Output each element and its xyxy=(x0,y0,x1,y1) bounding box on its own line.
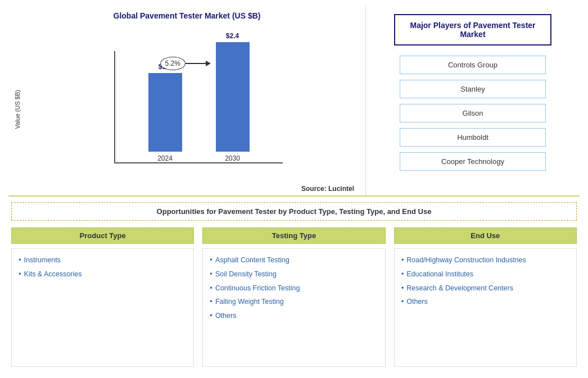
player-item-4: Humboldt xyxy=(400,128,546,147)
product-type-header: Product Type xyxy=(11,227,194,244)
testing-item-text-2: Soil Density Testing xyxy=(215,268,277,280)
testing-item-1: • Asphalt Content Testing xyxy=(210,254,378,266)
product-type-column: Product Type • Instruments • Kits & Acce… xyxy=(11,227,194,367)
end-use-item-1: • Road/Highway Construction Industries xyxy=(401,254,569,266)
testing-item-5: • Others xyxy=(210,310,378,322)
player-item-3: Gilson xyxy=(400,104,546,122)
testing-item-text-3: Continuous Friction Testing xyxy=(215,283,300,294)
bar-group-2030: $2.4 2030 xyxy=(216,32,250,162)
bullet-t1: • xyxy=(210,254,212,266)
testing-item-text-4: Falling Weight Testing xyxy=(215,296,284,307)
end-use-header: End Use xyxy=(394,227,577,244)
bullet-e1: • xyxy=(401,254,404,266)
testing-item-text-5: Others xyxy=(215,310,237,321)
bar-group-2024: $1.8 2024 xyxy=(148,63,182,162)
players-area: Major Players of Pavement Tester Market … xyxy=(366,6,580,195)
product-item-2: • Kits & Accessories xyxy=(19,268,187,280)
opportunities-grid: Product Type • Instruments • Kits & Acce… xyxy=(11,227,577,367)
top-section: Global Pavement Tester Market (US $B) Va… xyxy=(8,6,580,197)
bar-2024 xyxy=(148,73,182,152)
chart-area: Global Pavement Tester Market (US $B) Va… xyxy=(8,6,366,195)
player-item-5: Cooper Technology xyxy=(400,152,546,171)
chart-content: 5.2% $1.8 2024 xyxy=(25,51,360,193)
bar-value-2030: $2.4 xyxy=(226,32,239,40)
product-item-1: • Instruments xyxy=(19,254,187,266)
bar-label-2030: 2030 xyxy=(225,154,240,162)
chart-wrapper: Value (US $B) 5.2% xyxy=(14,26,360,193)
bullet-e2: • xyxy=(401,268,404,280)
bars-container: 5.2% $1.8 2024 xyxy=(114,51,283,163)
chart-title: Global Pavement Tester Market (US $B) xyxy=(114,11,261,20)
product-type-content: • Instruments • Kits & Accessories xyxy=(11,248,194,367)
bottom-section: Opportunities for Pavement Tester by Pro… xyxy=(8,197,580,372)
product-item-text-2: Kits & Accessories xyxy=(24,268,82,280)
end-use-item-text-4: Others xyxy=(406,296,428,307)
testing-item-2: • Soil Density Testing xyxy=(210,268,378,280)
testing-item-text-1: Asphalt Content Testing xyxy=(215,254,290,266)
end-use-item-3: • Research & Development Centers xyxy=(401,283,569,294)
main-container: Global Pavement Tester Market (US $B) Va… xyxy=(0,0,588,378)
end-use-item-2: • Educational Institutes xyxy=(401,268,569,280)
bullet-t4: • xyxy=(210,296,212,308)
player-item-2: Stanley xyxy=(400,80,546,98)
testing-item-4: • Falling Weight Testing xyxy=(210,296,378,308)
end-use-item-text-3: Research & Development Centers xyxy=(406,283,513,294)
end-use-item-4: • Others xyxy=(401,296,569,308)
end-use-column: End Use • Road/Highway Construction Indu… xyxy=(394,227,577,367)
bullet-e4: • xyxy=(401,296,404,308)
testing-type-header: Testing Type xyxy=(202,227,385,244)
players-title: Major Players of Pavement Tester Market xyxy=(394,14,551,45)
bullet-e3: • xyxy=(401,283,404,294)
testing-type-column: Testing Type • Asphalt Content Testing •… xyxy=(202,227,385,367)
bar-2030 xyxy=(216,42,250,152)
bar-label-2024: 2024 xyxy=(157,154,173,162)
bullet-t2: • xyxy=(210,268,212,280)
testing-item-3: • Continuous Friction Testing xyxy=(210,283,378,294)
product-item-text-1: Instruments xyxy=(24,254,61,266)
player-item-1: Controls Group xyxy=(400,56,546,74)
bullet-t3: • xyxy=(210,283,212,294)
end-use-content: • Road/Highway Construction Industries •… xyxy=(394,248,577,367)
bullet-2: • xyxy=(19,268,21,280)
end-use-item-text-1: Road/Highway Construction Industries xyxy=(406,254,526,266)
end-use-item-text-2: Educational Institutes xyxy=(406,268,473,280)
bullet-1: • xyxy=(19,254,21,266)
y-axis-label: Value (US $B) xyxy=(14,90,21,129)
annotation-bubble: 5.2% xyxy=(160,57,186,70)
bullet-t5: • xyxy=(210,310,212,322)
source-text: Source: Lucintel xyxy=(25,185,360,193)
opportunities-title: Opportunities for Pavement Tester by Pro… xyxy=(11,202,577,221)
testing-type-content: • Asphalt Content Testing • Soil Density… xyxy=(202,248,385,367)
